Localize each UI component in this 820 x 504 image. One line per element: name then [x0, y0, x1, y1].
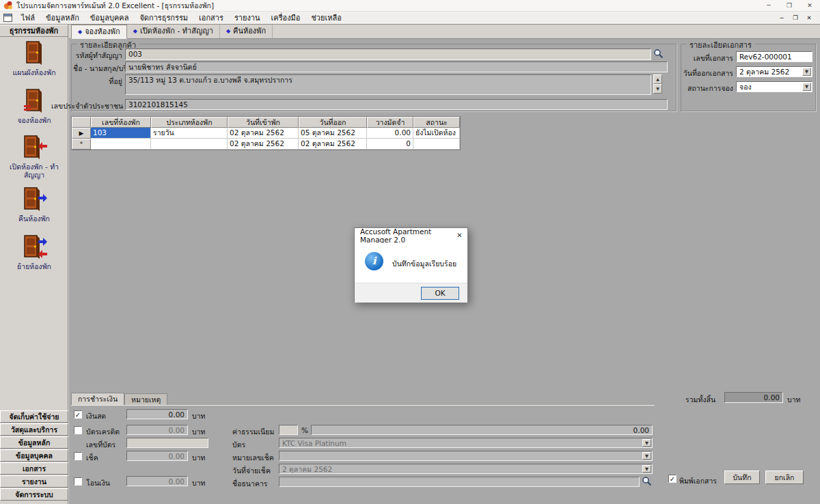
fee-percent-field[interactable]: [279, 425, 298, 435]
ok-button[interactable]: OK: [421, 287, 459, 300]
col-header-status[interactable]: สถานะ: [413, 117, 460, 128]
tab-book-room[interactable]: ◆ จองห้องพัก: [71, 25, 127, 39]
cell-checkin-date[interactable]: 02 ตุลาคม 2562: [228, 128, 299, 139]
row-marker-current[interactable]: ▶: [72, 128, 91, 139]
cheque-no-select[interactable]: ▼: [279, 451, 653, 461]
open-room-door-icon: [20, 134, 48, 160]
booking-status-select[interactable]: จอง ▼: [736, 81, 812, 92]
sidebar-item-expenses[interactable]: จัดเก็บค่าใช้จ่าย: [0, 410, 68, 423]
cell-room-type[interactable]: รายวัน: [151, 128, 228, 139]
cell-deposit[interactable]: 0.00: [367, 128, 413, 139]
cheque-checkbox[interactable]: [74, 452, 82, 460]
save-button[interactable]: บันทึก: [724, 471, 760, 484]
col-header-checkout-date[interactable]: วันที่ออก: [299, 117, 367, 128]
payment-tabs: การชำระเงิน หมายเหตุ: [71, 393, 167, 405]
sidebar-item-open-room-contract[interactable]: เปิดห้องพัก - ทำสัญญา: [0, 134, 68, 179]
cell-checkout-date[interactable]: 05 ตุลาคม 2562: [299, 128, 367, 139]
tab-payment[interactable]: การชำระเงิน: [71, 393, 124, 405]
tab-notes[interactable]: หมายเหตุ: [124, 393, 167, 405]
menu-item-master-data[interactable]: ข้อมูลหลัก: [40, 12, 85, 25]
chevron-down-icon[interactable]: ▼: [802, 68, 811, 76]
col-header-checkin-date[interactable]: วันที่เข้าพัก: [228, 117, 299, 128]
col-header-deposit[interactable]: วางมัดจำ: [367, 117, 413, 128]
dialog-title: Accusoft Apartment Manager 2.0: [360, 227, 452, 244]
address-field: 35/113 หมู่ 13 ต.บางแก้ว อ.บางพลี จ.สมุท…: [125, 74, 651, 95]
cell-deposit[interactable]: 0: [367, 139, 413, 150]
sidebar-item-materials-services[interactable]: วัสดุและบริการ: [0, 423, 68, 436]
search-icon[interactable]: [653, 48, 664, 61]
scroll-up-icon[interactable]: ▲: [653, 74, 662, 84]
menu-item-tools[interactable]: เครื่องมือ: [266, 12, 306, 25]
restore-icon[interactable]: ❐: [779, 0, 800, 12]
citizen-id-label: เลขประจำตัวประชาชน: [51, 100, 122, 112]
cell-checkin-date[interactable]: 02 ตุลาคม 2562: [228, 139, 299, 150]
chevron-down-icon[interactable]: ▼: [642, 465, 651, 473]
cell-checkout-date[interactable]: 02 ตุลาคม 2562: [299, 139, 367, 150]
menu-item-documents[interactable]: เอกสาร: [193, 12, 229, 25]
cash-checkbox[interactable]: ✓: [74, 410, 82, 419]
bank-name-field[interactable]: [279, 477, 640, 487]
print-document-checkbox[interactable]: ✓: [668, 475, 676, 483]
card-no-field: [126, 438, 208, 448]
sidebar-item-person-data[interactable]: ข้อมูลบุคคล: [0, 449, 68, 462]
cell-room-type[interactable]: [151, 139, 228, 150]
col-header-room-no[interactable]: เลขที่ห้องพัก: [91, 117, 151, 128]
cash-label: เงินสด: [86, 410, 106, 422]
menu-item-file[interactable]: ไฟล์: [16, 12, 40, 25]
cancel-button[interactable]: ยกเลิก: [765, 471, 804, 484]
mdi-close-icon[interactable]: ✕: [802, 14, 816, 21]
col-header-room-type[interactable]: ประเภทห้องพัก: [151, 117, 228, 128]
cell-status[interactable]: ยังไม่เปิดห้อง: [413, 128, 460, 139]
sidebar-item-label: แผนผังห้องพัก: [0, 68, 68, 76]
chevron-down-icon[interactable]: ▼: [642, 452, 651, 460]
sidebar-item-return-room[interactable]: คืนห้องพัก: [0, 186, 68, 223]
sidebar-item-documents[interactable]: เอกสาร: [0, 462, 68, 475]
sidebar-item-reports[interactable]: รายงาน: [0, 475, 68, 488]
credit-card-checkbox[interactable]: [74, 426, 82, 434]
sidebar: ธุรกรรมห้องพัก แผนผังห้องพัก จองห้องพัก …: [0, 25, 68, 504]
dialog-close-icon[interactable]: ✕: [452, 228, 467, 243]
scroll-down-icon[interactable]: ▼: [653, 84, 662, 94]
row-marker-new[interactable]: *: [72, 139, 91, 150]
address-label: ที่อยู่: [73, 76, 122, 87]
document-group-title: รายละเอียดเอกสาร: [687, 39, 754, 51]
mdi-minimize-icon[interactable]: ─: [775, 14, 789, 21]
baht-label: บาท: [192, 426, 205, 438]
message-dialog: Accusoft Apartment Manager 2.0 ✕ i บันทึ…: [354, 227, 468, 303]
cell-status[interactable]: [413, 139, 460, 150]
card-type-select[interactable]: KTC Visa Platinum ▼: [279, 438, 653, 448]
tab-return-room[interactable]: ◆ คืนห้องพัก: [220, 25, 273, 38]
cell-room-no[interactable]: 103: [91, 128, 151, 139]
sidebar-item-room-plan[interactable]: แผนผังห้องพัก: [0, 40, 68, 76]
chevron-down-icon[interactable]: ▼: [802, 83, 811, 91]
address-scroll: ▲ ▼: [653, 74, 662, 94]
cash-amount-field[interactable]: 0.00: [126, 409, 188, 419]
contract-code-label: รหัสผู้ทำสัญญา: [73, 50, 122, 61]
search-icon[interactable]: [642, 476, 652, 488]
sidebar-item-move-room[interactable]: ย้ายห้องพัก: [0, 234, 68, 270]
cell-room-no[interactable]: [91, 139, 151, 150]
menu-item-person-data[interactable]: ข้อมูลบุคคล: [85, 12, 135, 25]
doc-date-picker[interactable]: 2 ตุลาคม 2562 ▼: [736, 66, 812, 77]
cheque-date-picker[interactable]: 2 ตุลาคม 2562 ▼: [279, 464, 653, 474]
chevron-down-icon[interactable]: ▼: [642, 439, 651, 447]
mdi-restore-icon[interactable]: ❐: [789, 14, 802, 21]
baht-label: บาท: [192, 452, 205, 464]
mdi-window-controls: ─ ❐ ✕: [775, 14, 820, 21]
menu-item-transactions[interactable]: จัดการธุรกรรม: [134, 12, 193, 25]
transfer-checkbox[interactable]: [74, 477, 82, 486]
baht-label: บาท: [192, 477, 205, 489]
minimize-icon[interactable]: ─: [758, 0, 779, 12]
doc-no-field[interactable]: Rev62-000001: [736, 51, 812, 62]
sidebar-item-label: คืนห้องพัก: [0, 214, 68, 223]
menu-bar: ไฟล์ ข้อมูลหลัก ข้อมูลบุคคล จัดการธุรกรร…: [0, 12, 820, 25]
contract-code-field[interactable]: 003: [125, 48, 651, 60]
menu-item-help[interactable]: ช่วยเหลือ: [305, 12, 346, 25]
sidebar-item-master-data[interactable]: ข้อมูลหลัก: [0, 436, 68, 449]
tab-open-room-contract[interactable]: ◆ เปิดห้องพัก - ทำสัญญา: [127, 25, 220, 38]
sidebar-bottom-nav: จัดเก็บค่าใช้จ่าย วัสดุและบริการ ข้อมูลห…: [0, 410, 68, 501]
close-icon[interactable]: ✕: [800, 0, 820, 12]
sidebar-item-system-admin[interactable]: จัดการระบบ: [0, 488, 68, 501]
menu-item-reports[interactable]: รายงาน: [229, 12, 266, 25]
dialog-message: บันทึกข้อมูลเรียบร้อย: [392, 258, 456, 270]
